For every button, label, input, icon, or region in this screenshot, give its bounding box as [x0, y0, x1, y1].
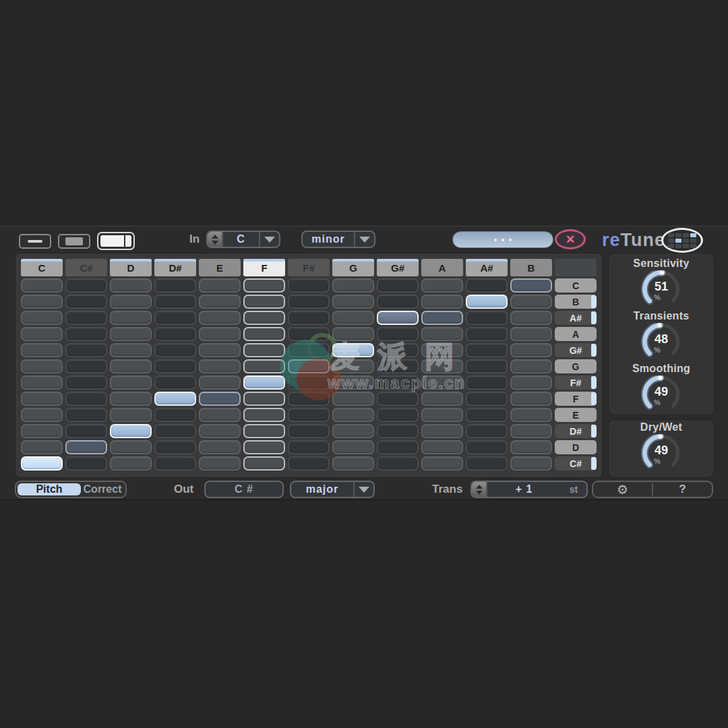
- grid-cell-B-to-F#[interactable]: [510, 375, 552, 390]
- grid-cell-A-to-D#[interactable]: [421, 424, 463, 438]
- col-header-D#[interactable]: D#: [154, 259, 196, 276]
- out-scale-value[interactable]: major: [291, 482, 353, 497]
- grid-cell-D-to-B[interactable]: [110, 295, 152, 309]
- grid-cell-C-to-G[interactable]: [21, 359, 63, 373]
- pitch-toggle-button[interactable]: Pitch: [18, 483, 81, 495]
- grid-cell-D#-to-F#[interactable]: [154, 375, 196, 390]
- grid-cell-C-to-F#[interactable]: [21, 375, 63, 390]
- grid-cell-E-to-G[interactable]: [199, 359, 241, 373]
- knob-smoothing[interactable]: Smoothing49%: [618, 363, 704, 414]
- grid-cell-C#-to-C[interactable]: [65, 278, 107, 293]
- grid-cell-F#-to-B[interactable]: [288, 295, 330, 309]
- grid-cell-C-to-D[interactable]: [21, 440, 63, 454]
- grid-cell-B-to-A[interactable]: [510, 327, 552, 341]
- grid-cell-G#-to-F#[interactable]: [377, 375, 419, 390]
- grid-cell-G#-to-C#[interactable]: [377, 456, 419, 471]
- grid-cell-B-to-F[interactable]: [510, 392, 552, 406]
- grid-cell-C#-to-A[interactable]: [65, 327, 107, 341]
- grid-cell-F-to-C[interactable]: [243, 278, 285, 293]
- grid-cell-G-to-G[interactable]: [332, 359, 374, 373]
- grid-cell-F-to-E[interactable]: [243, 408, 285, 422]
- grid-cell-D-to-A#[interactable]: [110, 311, 152, 325]
- grid-cell-D-to-F#[interactable]: [110, 375, 152, 390]
- knob-drywet[interactable]: Dry/Wet49%: [618, 421, 704, 473]
- grid-cell-D#-to-C#[interactable]: [154, 456, 196, 471]
- preset-display[interactable]: [452, 231, 553, 248]
- grid-cell-F#-to-C[interactable]: [288, 278, 330, 293]
- grid-cell-A-to-A#[interactable]: [421, 311, 463, 325]
- grid-cell-C#-to-E[interactable]: [65, 408, 107, 422]
- grid-cell-A#-to-B[interactable]: [466, 295, 508, 309]
- row-label-F#[interactable]: F#: [555, 375, 597, 390]
- grid-cell-G-to-F[interactable]: [332, 392, 374, 406]
- grid-cell-A#-to-E[interactable]: [466, 408, 508, 422]
- grid-cell-G-to-D[interactable]: [332, 440, 374, 454]
- grid-cell-C#-to-D#[interactable]: [65, 424, 107, 438]
- grid-cell-B-to-D#[interactable]: [510, 424, 552, 438]
- row-label-G#[interactable]: G#: [555, 343, 597, 357]
- grid-cell-G#-to-G[interactable]: [377, 359, 419, 373]
- grid-cell-F-to-A[interactable]: [243, 327, 285, 341]
- grid-cell-G-to-F#[interactable]: [332, 375, 374, 390]
- grid-cell-G#-to-D[interactable]: [377, 440, 419, 454]
- size-small-button[interactable]: [19, 234, 51, 249]
- col-header-G#[interactable]: G#: [377, 259, 419, 276]
- col-header-B[interactable]: B: [510, 259, 552, 276]
- grid-cell-C#-to-A#[interactable]: [65, 311, 107, 325]
- grid-cell-A-to-C[interactable]: [421, 278, 463, 293]
- grid-cell-F#-to-C#[interactable]: [288, 456, 330, 471]
- transpose-stepper[interactable]: [472, 482, 487, 497]
- grid-cell-F-to-C#[interactable]: [243, 456, 285, 471]
- col-header-C[interactable]: C: [21, 259, 63, 276]
- grid-cell-F-to-F[interactable]: [243, 392, 285, 406]
- grid-cell-D#-to-D[interactable]: [154, 440, 196, 454]
- grid-cell-D#-to-F[interactable]: [154, 392, 196, 406]
- grid-cell-A#-to-G#[interactable]: [466, 343, 508, 357]
- grid-cell-A-to-G[interactable]: [421, 359, 463, 373]
- grid-cell-B-to-A#[interactable]: [510, 311, 552, 325]
- grid-cell-D-to-G#[interactable]: [110, 343, 152, 357]
- grid-cell-F-to-D[interactable]: [243, 440, 285, 454]
- grid-cell-C-to-A[interactable]: [21, 327, 63, 341]
- grid-cell-B-to-C#[interactable]: [510, 456, 552, 471]
- grid-cell-E-to-D#[interactable]: [199, 424, 241, 438]
- grid-cell-A-to-D[interactable]: [421, 440, 463, 454]
- grid-cell-G#-to-E[interactable]: [377, 408, 419, 422]
- grid-cell-A#-to-G[interactable]: [466, 359, 508, 373]
- in-scale-dropdown[interactable]: [354, 232, 374, 247]
- grid-cell-A-to-C#[interactable]: [421, 456, 463, 471]
- grid-cell-D#-to-G#[interactable]: [154, 343, 196, 357]
- grid-cell-E-to-B[interactable]: [199, 295, 241, 309]
- grid-cell-C-to-E[interactable]: [21, 408, 63, 422]
- grid-cell-G#-to-C[interactable]: [377, 278, 419, 293]
- size-large-button[interactable]: [97, 232, 135, 250]
- grid-cell-A#-to-A[interactable]: [466, 327, 508, 341]
- grid-cell-G#-to-G#[interactable]: [377, 343, 419, 357]
- grid-cell-A-to-E[interactable]: [421, 408, 463, 422]
- out-key-control[interactable]: C #: [204, 481, 284, 498]
- grid-cell-D#-to-G[interactable]: [154, 359, 196, 373]
- grid-cell-D#-to-B[interactable]: [154, 295, 196, 309]
- grid-cell-G#-to-F[interactable]: [377, 392, 419, 406]
- grid-cell-C-to-G#[interactable]: [21, 343, 63, 357]
- row-label-D#[interactable]: D#: [555, 424, 597, 438]
- help-button[interactable]: ?: [653, 482, 712, 497]
- grid-cell-C-to-C[interactable]: [21, 278, 63, 293]
- row-label-B[interactable]: B: [555, 295, 597, 309]
- grid-cell-A#-to-C#[interactable]: [466, 456, 508, 471]
- row-label-E[interactable]: E: [555, 408, 597, 422]
- grid-cell-D-to-F[interactable]: [110, 392, 152, 406]
- grid-cell-D-to-E[interactable]: [110, 408, 152, 422]
- knob-sensitivity[interactable]: Sensitivity51%: [618, 257, 704, 309]
- grid-cell-F-to-G#[interactable]: [243, 343, 285, 357]
- grid-cell-C#-to-G[interactable]: [65, 359, 107, 373]
- grid-cell-F#-to-D#[interactable]: [288, 424, 330, 438]
- col-header-A[interactable]: A: [421, 259, 463, 276]
- grid-cell-A-to-A[interactable]: [421, 327, 463, 341]
- grid-cell-F#-to-F#[interactable]: [288, 375, 330, 390]
- row-label-C[interactable]: C: [555, 278, 597, 293]
- col-header-G[interactable]: G: [332, 259, 374, 276]
- grid-cell-A#-to-F#[interactable]: [466, 375, 508, 390]
- grid-cell-D#-to-A#[interactable]: [154, 311, 196, 325]
- size-medium-button[interactable]: [58, 234, 90, 249]
